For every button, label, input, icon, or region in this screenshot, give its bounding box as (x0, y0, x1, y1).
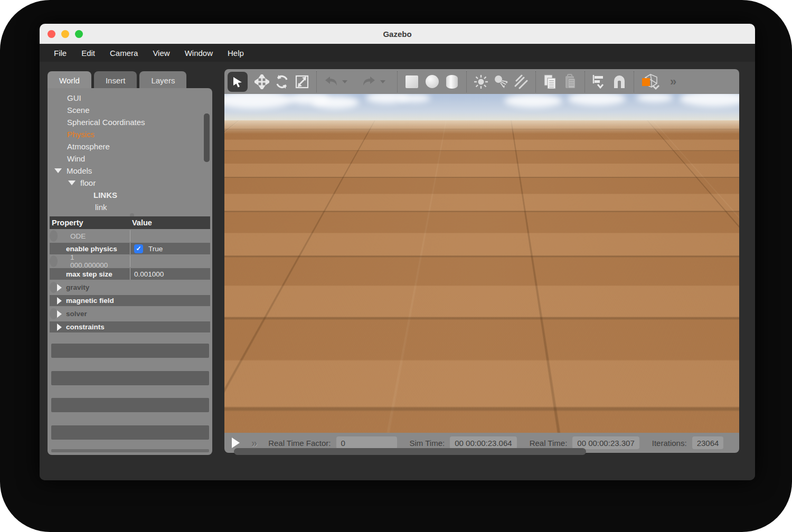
tree-item-atmosphere[interactable]: Atmosphere (48, 140, 212, 153)
menu-window[interactable]: Window (185, 49, 213, 58)
table-row-real-time-update[interactable]: real time update… 1 000.000000 (50, 255, 58, 267)
tree-scrollbar[interactable] (204, 113, 210, 162)
menu-view[interactable]: View (153, 49, 169, 58)
tree-item-links[interactable]: LINKS (48, 189, 212, 201)
tree-item-models[interactable]: Models (48, 165, 212, 177)
render-viewport[interactable] (224, 94, 739, 433)
caret-right-icon[interactable] (57, 284, 62, 291)
enable-physics-checkbox[interactable]: ✓ (134, 244, 143, 253)
group-row-magnetic-field[interactable]: magnetic field (50, 295, 210, 306)
undo-button[interactable] (321, 72, 341, 92)
redo-icon (361, 75, 377, 89)
cylinder-button[interactable] (442, 72, 462, 92)
tab-layers[interactable]: Layers (139, 71, 186, 89)
translate-tool-button[interactable] (252, 72, 272, 92)
directional-light-icon (513, 74, 529, 89)
window-body: World Insert Layers GUI Scene Spherical … (40, 62, 755, 480)
undo-dropdown-icon[interactable] (342, 80, 347, 83)
copy-button[interactable] (540, 72, 560, 92)
real-time-factor-value: 0 (336, 436, 397, 449)
tree-item-physics[interactable]: Physics (48, 128, 212, 140)
real-time-value: 00 00:00:23.307 (572, 436, 639, 449)
world-panel: GUI Scene Spherical Coordinates Physics … (48, 88, 212, 455)
drone-body-flap (465, 253, 481, 261)
world-tree: GUI Scene Spherical Coordinates Physics … (48, 88, 212, 213)
menu-help[interactable]: Help (228, 49, 244, 58)
rotor-disc-rear-left (442, 225, 471, 234)
spot-light-button[interactable] (491, 72, 511, 92)
step-button[interactable]: » (251, 437, 256, 449)
cylinder-icon (446, 75, 458, 89)
group-row-constraints[interactable]: constraints (50, 321, 210, 332)
translate-icon (254, 74, 269, 89)
property-column-header: Property (50, 218, 130, 227)
box-button[interactable] (402, 72, 422, 92)
drone-body (464, 236, 484, 255)
property-table: Property Value physics engine ODE enable… (50, 216, 210, 332)
toolbar-separator (634, 71, 634, 92)
tree-item-spherical-coordinates[interactable]: Spherical Coordinates (48, 116, 212, 128)
table-row-physics-engine[interactable]: physics engine ODE (50, 230, 58, 242)
empty-row (51, 398, 209, 412)
property-table-header: Property Value (50, 216, 210, 229)
toolbar-separator (466, 71, 467, 92)
table-row-enable-physics[interactable]: enable physics ✓ True (50, 243, 210, 254)
tree-item-link[interactable]: link (48, 201, 212, 213)
sphere-button[interactable] (422, 72, 442, 92)
redo-button[interactable] (359, 72, 379, 92)
caret-down-icon[interactable] (68, 180, 76, 185)
tab-world[interactable]: World (48, 71, 91, 89)
spot-light-icon (493, 74, 509, 89)
snap-button[interactable] (609, 72, 629, 92)
view-angle-button[interactable] (638, 72, 663, 92)
rotor-disc-front-left (428, 240, 460, 253)
menu-camera[interactable]: Camera (110, 49, 138, 58)
directional-light-button[interactable] (511, 72, 531, 92)
toolbar-overflow-icon[interactable]: » (670, 75, 675, 89)
tree-item-gui[interactable]: GUI (48, 92, 212, 104)
empty-row (51, 425, 209, 440)
tree-item-scene[interactable]: Scene (48, 104, 212, 116)
value-column-header: Value (130, 218, 152, 227)
viewport-column: » (224, 69, 739, 453)
toolbar-separator (584, 71, 585, 92)
caret-right-icon[interactable] (57, 297, 62, 305)
point-light-button[interactable] (471, 72, 491, 92)
tree-item-floor[interactable]: floor (48, 177, 212, 189)
table-row-max-step-size[interactable]: max step size 0.001000 (50, 268, 210, 280)
rotate-tool-button[interactable] (272, 72, 292, 92)
drone-model[interactable] (429, 222, 518, 265)
align-icon (591, 74, 607, 90)
select-tool-button[interactable] (228, 72, 248, 92)
panel-bottom-bar (51, 449, 209, 452)
sphere-icon (426, 75, 439, 88)
gazebo-window: Gazebo File Edit Camera View Window Help… (40, 24, 755, 480)
align-button[interactable] (589, 72, 609, 92)
group-row-gravity[interactable]: gravity (50, 282, 58, 293)
caret-right-icon[interactable] (57, 324, 62, 331)
cloud (399, 94, 430, 102)
paste-button[interactable] (560, 72, 580, 92)
scale-icon (295, 74, 309, 89)
magnet-icon (611, 74, 627, 89)
caret-right-icon[interactable] (57, 310, 62, 318)
toolbar-separator (535, 71, 536, 92)
toolbar-separator (316, 71, 317, 92)
window-title: Gazebo (40, 30, 755, 39)
tab-insert[interactable]: Insert (94, 71, 137, 89)
group-row-solver[interactable]: solver (50, 308, 58, 319)
tree-item-wind[interactable]: Wind (48, 153, 212, 165)
menu-file[interactable]: File (54, 49, 67, 58)
scale-tool-button[interactable] (292, 72, 312, 92)
caret-down-icon[interactable] (54, 168, 62, 173)
empty-row (51, 371, 209, 385)
undo-icon (323, 75, 339, 89)
titlebar: Gazebo (40, 24, 755, 44)
redo-dropdown-icon[interactable] (380, 80, 385, 83)
empty-row (51, 344, 209, 358)
horizontal-scrollbar[interactable] (234, 448, 586, 455)
play-button[interactable] (232, 438, 240, 448)
paste-icon (563, 74, 578, 90)
menu-edit[interactable]: Edit (81, 49, 95, 58)
left-tab-bar: World Insert Layers (48, 71, 186, 89)
